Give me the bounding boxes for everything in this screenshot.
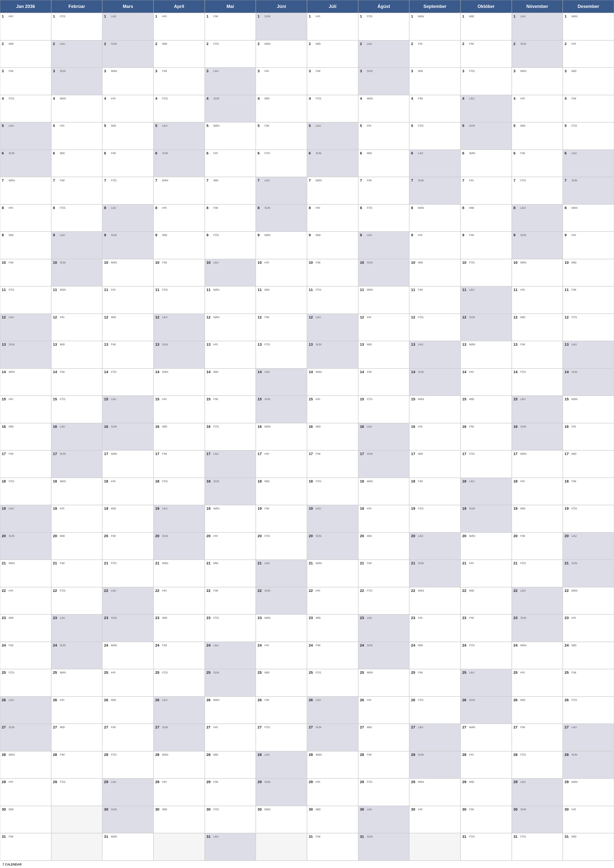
day-name: SUN [264,15,270,18]
day-number: 3 [309,69,315,73]
day-name: LAU [264,370,270,374]
day-cell: 22MIÐ [460,587,512,615]
day-name: ÞRI [469,753,474,756]
day-cell: 1LAU [512,13,563,40]
day-number: 8 [513,206,519,210]
day-name: MÁN [316,370,322,374]
day-name: SUN [162,726,168,729]
day-name: MIÐ [469,589,474,592]
day-name: MÁN [264,234,270,237]
day-number: 4 [207,96,213,101]
day-name: SUN [316,152,321,155]
day-name: SUN [367,70,373,73]
day-name: ÞRI [521,288,525,291]
day-number: 4 [155,96,161,101]
day-name: MIÐ [60,152,65,155]
day-name: MÁN [111,835,117,838]
day-name: MÁN [213,507,219,510]
day-number: 16 [411,424,417,429]
day-name: MÁN [213,699,219,702]
footer-logo: 7 CALENDAR [3,863,22,866]
day-cell: 23MÁN [256,614,307,642]
day-name: MÁN [316,179,322,182]
day-name: MÁN [571,398,577,401]
day-name: MÁN [316,753,322,756]
day-number: 26 [360,698,366,702]
day-name: SUN [316,535,321,538]
day-cell: 22MÁN [409,587,460,615]
day-cell: 8ÞRI [0,205,51,232]
day-name: LAU [9,507,14,510]
day-name: SUN [418,753,424,756]
day-name: MIÐ [316,616,320,620]
day-name: LAU [316,507,321,510]
day-number: 31 [2,834,8,839]
day-name: SUN [418,370,424,374]
day-name: LAU [418,726,423,729]
day-number: 10 [207,260,213,265]
day-name: FÖS [213,234,219,237]
day-number: 20 [104,534,110,538]
day-name: SUN [213,671,219,674]
day-number: 23 [155,615,161,620]
day-name: FÖS [521,179,526,182]
day-number: 24 [2,643,8,648]
day-name: LAU [111,589,116,592]
day-name: LAU [162,699,167,702]
day-name: FIM [213,206,218,209]
day-name: FÖS [162,288,168,291]
day-number: 11 [309,288,315,292]
day-name: FÖS [469,70,475,73]
day-number: 27 [207,725,213,729]
day-name: ÞRI [418,42,422,45]
day-number: 28 [411,752,417,757]
day-number: 15 [360,397,366,401]
day-name: MÁN [418,206,424,209]
day-number: 11 [104,288,110,292]
day-number: 4 [258,96,263,101]
day-cell: 18MÁN [51,478,103,505]
day-name: MIÐ [469,206,474,209]
day-cell: 13MÁN [460,341,512,369]
day-cell: 11ÞRI [102,286,154,314]
day-number: 11 [462,288,468,292]
day-number: 24 [411,643,417,648]
day-number: 17 [564,451,570,456]
day-number: 1 [155,14,161,19]
day-cell: 19SUN [460,505,512,532]
day-name: MIÐ [9,425,14,428]
day-cell: 13SUN [0,341,51,369]
day-name: SUN [9,343,14,346]
day-cell: 19LAU [154,505,205,532]
day-number: 2 [207,42,213,46]
day-cell: 15LAU [512,396,563,423]
day-name: MIÐ [213,753,218,756]
day-number: 7 [513,178,519,183]
day-cell: 17FÖS [460,450,512,478]
day-name: MIÐ [162,808,167,811]
day-cell: 19ÞRI [51,505,103,532]
day-cell: 5LAU [154,122,205,150]
day-name: ÞRI [571,42,576,45]
day-number: 15 [155,397,161,401]
day-number: 22 [258,588,263,593]
day-cell: 8LAU [102,205,154,232]
day-number: 13 [2,342,8,347]
day-cell: 22ÞRI [307,587,358,615]
day-name: LAU [264,179,270,182]
day-number: 24 [155,643,161,648]
day-cell: 30MIÐ [154,806,205,833]
day-number: 22 [411,588,417,593]
day-name: FIM [264,124,269,127]
day-cell: 26FIM [256,696,307,724]
day-number: 18 [258,479,263,484]
day-number: 29 [360,780,366,784]
header-feb: Febrúar [51,0,103,13]
day-number: 3 [462,69,468,73]
day-number: 27 [104,725,110,729]
day-cell: 2MÁN [256,40,307,68]
day-name: FIM [521,535,525,538]
day-number: 16 [53,424,59,429]
day-number: 29 [2,780,8,784]
day-number: 18 [462,479,468,484]
